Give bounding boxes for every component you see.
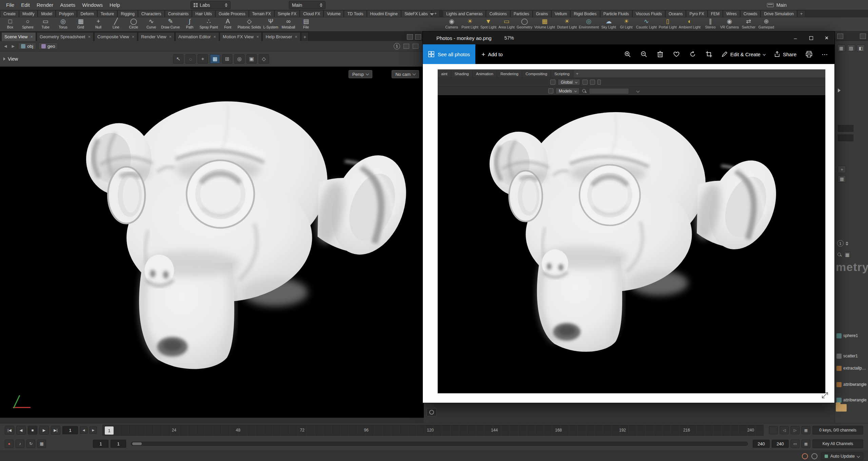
desktop-indicator[interactable]: Main — [767, 0, 787, 10]
pane-tab[interactable]: Scene View — [1, 32, 36, 41]
shelf-tab[interactable]: Simple FX — [274, 10, 300, 17]
shelf-tab[interactable]: Constraints — [165, 10, 192, 17]
shelf-tab[interactable]: Rigid Bodies — [570, 10, 600, 17]
shelf-tab[interactable]: Hair Utils — [192, 10, 215, 17]
maximize-button[interactable] — [803, 32, 819, 44]
shelf-tool-button[interactable]: ╱ Line — [107, 18, 125, 29]
pane-tab[interactable]: Animation Editor — [175, 32, 219, 41]
view-tool-icon[interactable]: ◎ — [234, 54, 244, 64]
desktop-selector[interactable]: Main — [289, 1, 326, 9]
shelf-tab[interactable]: Cloud FX — [300, 10, 323, 17]
keys-channels-button[interactable]: 0 keys, 0/0 channels — [812, 426, 863, 435]
shelf-tab[interactable]: FEM — [708, 10, 723, 17]
add-icon[interactable]: + — [838, 166, 846, 173]
loop-icon[interactable]: ↻ — [26, 440, 35, 448]
shelf-tab[interactable]: Houdini Engine — [367, 10, 401, 17]
play-button[interactable]: ▶ — [39, 426, 49, 435]
pin-icon[interactable] — [860, 34, 866, 39]
handles-tool-icon[interactable]: ▦ — [210, 54, 220, 64]
panel-icon[interactable]: ▦ — [837, 44, 845, 52]
pane-tab[interactable]: Geometry Spreadsheet — [37, 32, 94, 41]
current-frame-field[interactable]: 1 — [62, 426, 78, 434]
shelf-tab[interactable]: SideFX Labs — [401, 10, 431, 17]
crop-icon[interactable] — [705, 50, 713, 58]
timeline-ruler[interactable]: 1 24487296120144168192216240 — [102, 425, 764, 436]
range-start-field[interactable]: 1 — [111, 440, 126, 448]
shelf-tool-button[interactable]: ▼ Spot Light — [479, 18, 497, 29]
play-reverse-button[interactable]: ◀ — [16, 426, 26, 435]
zoom-in-icon[interactable] — [624, 50, 631, 58]
node-list-item[interactable]: scatter1 — [836, 353, 868, 359]
memory-status-icon[interactable] — [811, 453, 817, 459]
shelf-tool-button[interactable]: ▤ File — [297, 18, 315, 29]
pane-tab[interactable]: Composite View — [94, 32, 137, 41]
share-button[interactable]: Share — [774, 51, 796, 57]
realtime-icon[interactable]: ▦ — [37, 440, 46, 448]
shelf-tab[interactable]: Modify — [19, 10, 38, 17]
translate-tool-icon[interactable]: ⌖ — [198, 54, 208, 64]
menu-item[interactable]: Render — [33, 0, 57, 10]
add-to-button[interactable]: + Add to — [475, 51, 509, 58]
see-all-photos-button[interactable]: See all photos — [423, 44, 475, 64]
pane-tab-icon[interactable] — [837, 34, 843, 39]
search-icon[interactable] — [837, 252, 842, 257]
range-slider[interactable] — [131, 442, 748, 446]
menu-item[interactable]: Help — [106, 0, 123, 10]
labs-button[interactable]: Labs — [191, 1, 231, 9]
shelf-tool-button[interactable]: ☁ Sky Light — [600, 18, 617, 29]
rotate-icon[interactable] — [689, 50, 696, 58]
shelf-add-tab-button[interactable]: + — [797, 10, 806, 17]
auto-update-selector[interactable]: Auto Update — [821, 452, 863, 460]
shelf-tool-button[interactable]: ○ Sphere — [19, 18, 37, 29]
see-more-button[interactable]: ⋯ — [822, 50, 828, 58]
pane-layout-icon[interactable] — [407, 34, 413, 40]
chevron-icon[interactable] — [3, 57, 5, 61]
shelf-tab[interactable]: Collisions — [486, 10, 510, 17]
pane-add-tab-button[interactable]: + — [301, 32, 309, 41]
shelf-tool-button[interactable]: ✎ Draw Curve — [160, 18, 181, 29]
node-list-item[interactable]: extractallpoint — [836, 365, 868, 372]
shelf-tab[interactable]: Crowds — [740, 10, 761, 17]
shelf-tool-button[interactable]: ∴ Spray Paint — [198, 18, 219, 29]
select-tool-icon[interactable]: ↖ — [173, 54, 183, 64]
shelf-tab[interactable]: Volume — [323, 10, 344, 17]
scene-viewport[interactable]: Persp No cam — [0, 67, 424, 418]
bookmark-icon[interactable] — [403, 44, 409, 49]
shelf-tool-button[interactable]: ▭ Area Light — [497, 18, 516, 29]
shelf-tab[interactable]: Particle Fluids — [600, 10, 632, 17]
shelf-tab[interactable]: Texture — [97, 10, 117, 17]
key-all-channels-button[interactable]: Key All Channels — [812, 439, 863, 448]
shelf-tool-button[interactable]: ◯ Circle — [125, 18, 142, 29]
global-start-field[interactable]: 1 — [93, 440, 108, 448]
shelf-tab[interactable]: Guide Process — [215, 10, 249, 17]
shelf-tool-button[interactable]: ▦ Grid — [72, 18, 90, 29]
menu-item[interactable]: Windows — [79, 0, 106, 10]
range-end-field[interactable]: 240 — [753, 440, 770, 448]
step-forward-button[interactable]: ▶ — [90, 426, 97, 434]
node-list-item[interactable]: attribwrangle — [836, 397, 868, 403]
edit-create-button[interactable]: Edit & Create — [722, 51, 765, 57]
shelf-tool-button[interactable]: ∿ Caustic Light — [635, 18, 658, 29]
shelf-tab[interactable]: Create — [0, 10, 19, 17]
pane-tab[interactable]: Render View — [138, 32, 175, 41]
shelf-tool-button[interactable]: ☀ GI Light — [617, 18, 635, 29]
zoom-out-icon[interactable] — [640, 50, 648, 58]
layout-icon[interactable] — [413, 44, 418, 49]
shelf-tool-button[interactable]: ∥ Stereo — [702, 18, 719, 29]
minimize-button[interactable]: – — [788, 32, 803, 44]
shelf-tool-button[interactable]: ▦ Volume Light — [533, 18, 556, 29]
link-badge[interactable]: 1 — [394, 43, 400, 49]
shelf-tool-button[interactable]: ◇ Platonic Solids — [237, 18, 262, 29]
shelf-tool-button[interactable]: ∿ Curve — [142, 18, 160, 29]
render-region-icon[interactable]: ▣ — [246, 54, 257, 64]
shelf-tab[interactable]: Terrain FX — [249, 10, 274, 17]
shelf-tab[interactable]: Deform — [77, 10, 97, 17]
forward-arrow-icon[interactable]: ▶ — [10, 44, 16, 48]
expand-arrow-icon[interactable] — [838, 88, 841, 92]
range-left-button[interactable]: ◁ — [780, 426, 789, 434]
panel-icon[interactable]: ▤ — [847, 44, 855, 52]
delete-icon[interactable] — [656, 50, 664, 58]
shelf-tool-button[interactable]: A Font — [219, 18, 237, 29]
shelf-overflow-icon[interactable] — [430, 13, 434, 16]
grid-toggle-icon[interactable]: ◇ — [259, 54, 269, 64]
